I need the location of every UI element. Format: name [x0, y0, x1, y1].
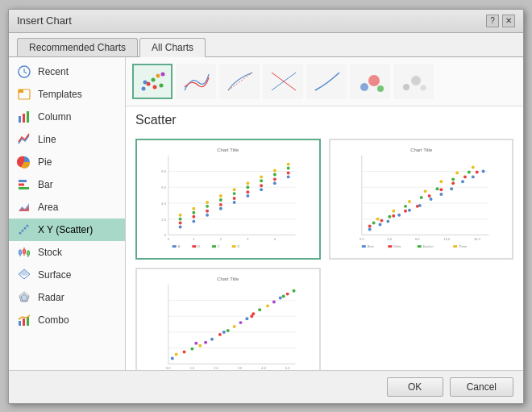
chart-preview-1[interactable]: Chart Title 0 2.0 4.0 6.0 [135, 139, 321, 260]
svg-point-122 [461, 180, 464, 183]
chart-previews-grid: Chart Title 0 2.0 4.0 6.0 [126, 132, 523, 370]
sidebar-item-bar[interactable]: Bar [9, 173, 125, 196]
sidebar: Recent Templates Column Li [9, 57, 126, 370]
svg-text:8.0: 8.0 [161, 169, 166, 173]
svg-point-69 [219, 202, 222, 206]
sidebar-item-surface[interactable]: Surface [9, 264, 125, 286]
svg-point-83 [287, 166, 290, 169]
svg-text:Beta: Beta [367, 244, 374, 248]
svg-rect-26 [19, 321, 21, 326]
svg-point-60 [219, 206, 222, 210]
svg-rect-104 [232, 245, 236, 248]
svg-rect-100 [192, 245, 196, 248]
ok-button[interactable]: OK [387, 377, 443, 397]
svg-text:D: D [238, 244, 240, 248]
svg-text:Chart Title: Chart Title [410, 147, 433, 152]
svg-rect-27 [23, 318, 25, 326]
svg-point-147 [455, 171, 459, 174]
chart-type-scatter-cross[interactable] [263, 64, 303, 99]
svg-point-68 [206, 209, 209, 212]
svg-point-91 [273, 169, 276, 172]
sidebar-label-recent: Recent [38, 66, 69, 77]
svg-text:12.0: 12.0 [443, 237, 450, 241]
svg-point-173 [204, 340, 207, 343]
sidebar-label-scatter: X Y (Scatter) [38, 224, 93, 235]
sidebar-item-templates[interactable]: Templates [9, 83, 125, 106]
sidebar-item-combo[interactable]: Combo [9, 309, 125, 331]
svg-point-77 [206, 204, 209, 207]
svg-point-190 [250, 314, 253, 318]
svg-point-33 [161, 72, 165, 76]
svg-point-62 [246, 194, 249, 198]
bar-icon [17, 177, 31, 192]
svg-point-39 [360, 83, 368, 91]
close-button[interactable]: ✕ [502, 15, 515, 27]
svg-point-88 [233, 188, 236, 191]
svg-rect-28 [27, 317, 29, 326]
sidebar-item-radar[interactable]: Radar [9, 286, 125, 309]
tab-all-charts[interactable]: All Charts [139, 38, 206, 57]
svg-point-64 [273, 181, 276, 185]
svg-point-137 [404, 204, 407, 207]
sidebar-item-column[interactable]: Column [9, 106, 125, 128]
svg-point-187 [175, 352, 178, 356]
sidebar-item-scatter[interactable]: X Y (Scatter) [9, 218, 125, 241]
svg-rect-7 [19, 183, 24, 185]
svg-rect-154 [361, 245, 365, 248]
section-title: Scatter [126, 106, 523, 132]
stock-icon [17, 245, 31, 260]
svg-point-139 [435, 187, 438, 190]
svg-point-76 [192, 210, 195, 214]
svg-point-90 [260, 175, 263, 178]
svg-point-121 [450, 187, 453, 190]
svg-text:3: 3 [247, 237, 249, 241]
sidebar-label-stock: Stock [38, 247, 62, 258]
svg-point-133 [463, 175, 466, 178]
sidebar-item-stock[interactable]: Stock [9, 241, 125, 264]
chart-type-bubble-3d[interactable] [393, 64, 434, 99]
surface-icon [17, 268, 31, 282]
svg-point-116 [397, 213, 401, 216]
svg-point-127 [392, 214, 395, 217]
svg-text:4.0: 4.0 [161, 201, 166, 205]
chart-type-scatter-x[interactable] [219, 64, 260, 99]
sidebar-label-combo: Combo [38, 314, 69, 326]
help-button[interactable]: ? [486, 15, 499, 27]
svg-point-13 [24, 227, 27, 229]
svg-text:1: 1 [193, 237, 194, 241]
svg-rect-4 [23, 114, 25, 123]
svg-point-129 [415, 204, 418, 207]
svg-point-186 [293, 289, 296, 292]
sidebar-label-column: Column [38, 111, 71, 123]
svg-point-185 [286, 292, 289, 295]
svg-point-142 [376, 217, 379, 220]
svg-point-131 [439, 188, 443, 191]
svg-point-171 [190, 347, 193, 350]
dialog-footer: OK Cancel [9, 370, 523, 403]
chart-preview-2[interactable]: Chart Title [329, 139, 514, 260]
sidebar-item-line[interactable]: Line [9, 128, 125, 151]
sidebar-item-area[interactable]: Area [9, 196, 125, 218]
svg-point-31 [152, 77, 156, 81]
svg-point-132 [451, 181, 455, 185]
svg-point-67 [192, 214, 195, 218]
sidebar-item-recent[interactable]: Recent [9, 60, 125, 83]
sidebar-item-pie[interactable]: Pie [9, 151, 125, 173]
svg-text:8.0: 8.0 [415, 237, 420, 241]
svg-point-181 [258, 308, 261, 311]
titlebar-controls: ? ✕ [486, 15, 515, 27]
chart-type-scatter-single[interactable] [306, 64, 347, 99]
chart-type-scatter-basic[interactable] [132, 64, 172, 99]
svg-text:C: C [218, 244, 220, 248]
chart-type-scatter-smooth[interactable] [176, 64, 216, 99]
chart-type-icons-row [126, 57, 523, 106]
tab-recommended[interactable]: Recommended Charts [17, 38, 138, 56]
chart-preview-3[interactable]: Chart Title [135, 268, 321, 370]
svg-point-44 [421, 85, 426, 90]
svg-point-113 [368, 227, 371, 231]
svg-text:16.0: 16.0 [473, 237, 480, 241]
svg-text:2.0: 2.0 [161, 217, 166, 221]
cancel-button[interactable]: Cancel [450, 377, 513, 397]
chart-type-bubble[interactable] [350, 64, 390, 99]
combo-icon [17, 313, 31, 327]
